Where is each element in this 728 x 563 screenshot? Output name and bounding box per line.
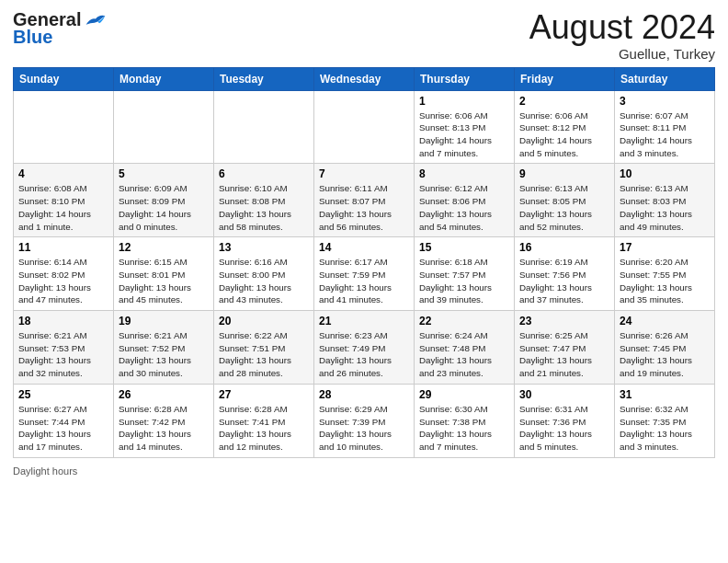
- day-number: 31: [620, 388, 710, 401]
- week-row-2: 4Sunrise: 6:08 AM Sunset: 8:10 PM Daylig…: [14, 164, 715, 237]
- day-info: Sunrise: 6:30 AM Sunset: 7:38 PM Dayligh…: [419, 403, 509, 454]
- day-info: Sunrise: 6:25 AM Sunset: 7:47 PM Dayligh…: [519, 329, 609, 380]
- day-number: 15: [419, 241, 509, 254]
- day-info: Sunrise: 6:07 AM Sunset: 8:11 PM Dayligh…: [620, 109, 710, 160]
- week-row-4: 18Sunrise: 6:21 AM Sunset: 7:53 PM Dayli…: [14, 311, 715, 385]
- day-number: 30: [519, 388, 609, 401]
- calendar-cell: 11Sunrise: 6:14 AM Sunset: 8:02 PM Dayli…: [14, 237, 114, 311]
- col-header-monday: Monday: [114, 67, 214, 90]
- calendar-cell: 24Sunrise: 6:26 AM Sunset: 7:45 PM Dayli…: [615, 311, 715, 385]
- day-number: 29: [419, 388, 509, 401]
- logo-bird-icon: [85, 11, 107, 29]
- calendar-cell: 26Sunrise: 6:28 AM Sunset: 7:42 PM Dayli…: [114, 384, 214, 457]
- calendar-cell: 18Sunrise: 6:21 AM Sunset: 7:53 PM Dayli…: [14, 311, 114, 385]
- day-number: 11: [18, 241, 108, 254]
- day-number: 16: [519, 241, 609, 254]
- daylight-label: Daylight hours: [13, 465, 77, 477]
- day-info: Sunrise: 6:27 AM Sunset: 7:44 PM Dayligh…: [18, 403, 108, 454]
- logo: General Blue: [13, 9, 107, 48]
- calendar-cell: 12Sunrise: 6:15 AM Sunset: 8:01 PM Dayli…: [114, 237, 214, 311]
- day-info: Sunrise: 6:13 AM Sunset: 8:03 PM Dayligh…: [620, 182, 710, 233]
- calendar-cell: 28Sunrise: 6:29 AM Sunset: 7:39 PM Dayli…: [314, 384, 415, 457]
- day-number: 2: [519, 95, 609, 108]
- day-info: Sunrise: 6:21 AM Sunset: 7:52 PM Dayligh…: [119, 329, 209, 380]
- calendar-cell: [314, 90, 415, 164]
- day-info: Sunrise: 6:18 AM Sunset: 7:57 PM Dayligh…: [419, 256, 509, 306]
- page: General Blue August 2024 Guellue, Turkey…: [0, 0, 728, 563]
- calendar-cell: 3Sunrise: 6:07 AM Sunset: 8:11 PM Daylig…: [615, 90, 715, 164]
- day-number: 21: [319, 315, 409, 327]
- calendar-cell: 10Sunrise: 6:13 AM Sunset: 8:03 PM Dayli…: [615, 164, 715, 237]
- calendar-cell: 6Sunrise: 6:10 AM Sunset: 8:08 PM Daylig…: [214, 164, 314, 237]
- calendar-cell: [114, 90, 214, 164]
- day-number: 17: [620, 241, 710, 254]
- col-header-sunday: Sunday: [14, 67, 114, 90]
- col-header-wednesday: Wednesday: [314, 67, 415, 90]
- calendar-cell: 16Sunrise: 6:19 AM Sunset: 7:56 PM Dayli…: [515, 237, 615, 311]
- day-info: Sunrise: 6:09 AM Sunset: 8:09 PM Dayligh…: [119, 182, 209, 233]
- day-info: Sunrise: 6:20 AM Sunset: 7:55 PM Dayligh…: [620, 256, 710, 306]
- day-number: 18: [18, 315, 108, 327]
- calendar-cell: 19Sunrise: 6:21 AM Sunset: 7:52 PM Dayli…: [114, 311, 214, 385]
- calendar-cell: 22Sunrise: 6:24 AM Sunset: 7:48 PM Dayli…: [415, 311, 515, 385]
- day-number: 13: [219, 241, 309, 254]
- day-number: 12: [119, 241, 209, 254]
- calendar-cell: 2Sunrise: 6:06 AM Sunset: 8:12 PM Daylig…: [515, 90, 615, 164]
- day-number: 14: [319, 241, 409, 254]
- day-number: 27: [219, 388, 309, 401]
- day-number: 28: [319, 388, 409, 401]
- day-number: 20: [219, 315, 309, 327]
- calendar-cell: 13Sunrise: 6:16 AM Sunset: 8:00 PM Dayli…: [214, 237, 314, 311]
- day-number: 19: [119, 315, 209, 327]
- calendar-cell: 20Sunrise: 6:22 AM Sunset: 7:51 PM Dayli…: [214, 311, 314, 385]
- week-row-3: 11Sunrise: 6:14 AM Sunset: 8:02 PM Dayli…: [14, 237, 715, 311]
- day-number: 24: [620, 315, 710, 327]
- calendar-cell: 29Sunrise: 6:30 AM Sunset: 7:38 PM Dayli…: [415, 384, 515, 457]
- day-number: 22: [419, 315, 509, 327]
- day-info: Sunrise: 6:06 AM Sunset: 8:13 PM Dayligh…: [419, 109, 509, 160]
- calendar-cell: 15Sunrise: 6:18 AM Sunset: 7:57 PM Dayli…: [415, 237, 515, 311]
- calendar-table: SundayMondayTuesdayWednesdayThursdayFrid…: [13, 67, 715, 458]
- day-info: Sunrise: 6:23 AM Sunset: 7:49 PM Dayligh…: [319, 329, 409, 380]
- day-number: 7: [319, 167, 409, 180]
- calendar-cell: 1Sunrise: 6:06 AM Sunset: 8:13 PM Daylig…: [415, 90, 515, 164]
- calendar-cell: 27Sunrise: 6:28 AM Sunset: 7:41 PM Dayli…: [214, 384, 314, 457]
- calendar-cell: 21Sunrise: 6:23 AM Sunset: 7:49 PM Dayli…: [314, 311, 415, 385]
- day-number: 8: [419, 167, 509, 180]
- calendar-cell: 14Sunrise: 6:17 AM Sunset: 7:59 PM Dayli…: [314, 237, 415, 311]
- day-info: Sunrise: 6:21 AM Sunset: 7:53 PM Dayligh…: [18, 329, 108, 380]
- footer-note: Daylight hours: [13, 465, 715, 477]
- header: General Blue August 2024 Guellue, Turkey: [13, 9, 715, 62]
- day-number: 10: [620, 167, 710, 180]
- day-number: 6: [219, 167, 309, 180]
- col-header-friday: Friday: [515, 67, 615, 90]
- day-info: Sunrise: 6:22 AM Sunset: 7:51 PM Dayligh…: [219, 329, 309, 380]
- day-info: Sunrise: 6:28 AM Sunset: 7:42 PM Dayligh…: [119, 403, 209, 454]
- day-number: 4: [18, 167, 108, 180]
- calendar-cell: 31Sunrise: 6:32 AM Sunset: 7:35 PM Dayli…: [615, 384, 715, 457]
- day-info: Sunrise: 6:13 AM Sunset: 8:05 PM Dayligh…: [519, 182, 609, 233]
- subtitle: Guellue, Turkey: [529, 46, 715, 62]
- day-info: Sunrise: 6:29 AM Sunset: 7:39 PM Dayligh…: [319, 403, 409, 454]
- day-number: 23: [519, 315, 609, 327]
- col-header-thursday: Thursday: [415, 67, 515, 90]
- calendar-cell: 23Sunrise: 6:25 AM Sunset: 7:47 PM Dayli…: [515, 311, 615, 385]
- day-info: Sunrise: 6:17 AM Sunset: 7:59 PM Dayligh…: [319, 256, 409, 306]
- day-number: 26: [119, 388, 209, 401]
- day-number: 25: [18, 388, 108, 401]
- col-header-saturday: Saturday: [615, 67, 715, 90]
- day-info: Sunrise: 6:19 AM Sunset: 7:56 PM Dayligh…: [519, 256, 609, 306]
- week-row-1: 1Sunrise: 6:06 AM Sunset: 8:13 PM Daylig…: [14, 90, 715, 164]
- calendar-cell: [214, 90, 314, 164]
- day-info: Sunrise: 6:31 AM Sunset: 7:36 PM Dayligh…: [519, 403, 609, 454]
- week-row-5: 25Sunrise: 6:27 AM Sunset: 7:44 PM Dayli…: [14, 384, 715, 457]
- logo-blue-text: Blue: [13, 27, 52, 48]
- day-info: Sunrise: 6:16 AM Sunset: 8:00 PM Dayligh…: [219, 256, 309, 306]
- day-info: Sunrise: 6:15 AM Sunset: 8:01 PM Dayligh…: [119, 256, 209, 306]
- main-title: August 2024: [529, 9, 715, 46]
- col-header-tuesday: Tuesday: [214, 67, 314, 90]
- day-info: Sunrise: 6:28 AM Sunset: 7:41 PM Dayligh…: [219, 403, 309, 454]
- calendar-header-row: SundayMondayTuesdayWednesdayThursdayFrid…: [14, 67, 715, 90]
- day-number: 5: [119, 167, 209, 180]
- day-info: Sunrise: 6:06 AM Sunset: 8:12 PM Dayligh…: [519, 109, 609, 160]
